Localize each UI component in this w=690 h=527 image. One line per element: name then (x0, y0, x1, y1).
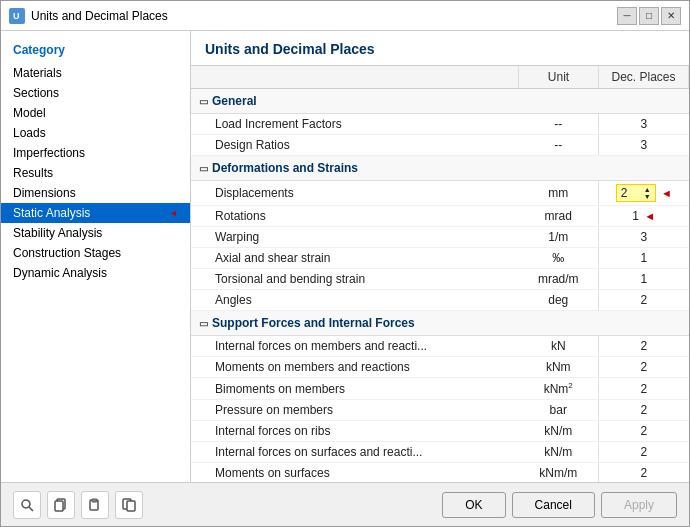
row-unit: -- (519, 114, 599, 135)
col-header-dec: Dec. Places (599, 66, 689, 89)
row-dec: 1 (599, 248, 689, 269)
row-dec: 2 (599, 290, 689, 311)
export-icon-button[interactable] (115, 491, 143, 519)
svg-rect-9 (127, 501, 135, 511)
sidebar-item-construction-stages[interactable]: Construction Stages (1, 243, 190, 263)
svg-rect-7 (92, 499, 97, 502)
highlighted-value: 2 (621, 186, 628, 200)
col-header-unit: Unit (519, 66, 599, 89)
row-name: Moments on surfaces (191, 463, 519, 483)
row-unit: mrad/m (519, 269, 599, 290)
table-row: Angles deg 2 (191, 290, 689, 311)
title-bar: U Units and Decimal Places ─ □ ✕ (1, 1, 689, 31)
sidebar-item-stability-analysis[interactable]: Stability Analysis (1, 223, 190, 243)
row-unit: kNm/m (519, 463, 599, 483)
row-dec: 2 (599, 378, 689, 400)
table-area[interactable]: Unit Dec. Places ▭General Load Increment… (191, 66, 689, 482)
row-name: Warping (191, 227, 519, 248)
close-button[interactable]: ✕ (661, 7, 681, 25)
settings-table: Unit Dec. Places ▭General Load Increment… (191, 66, 689, 482)
row-name: Rotations (191, 206, 519, 227)
group-general: ▭General (191, 89, 689, 114)
panel-title: Units and Decimal Places (191, 31, 689, 66)
row-name: Pressure on members (191, 400, 519, 421)
row-unit: bar (519, 400, 599, 421)
ok-button[interactable]: OK (442, 492, 505, 518)
table-row: Pressure on members bar 2 (191, 400, 689, 421)
sidebar-item-materials[interactable]: Materials (1, 63, 190, 83)
cancel-button[interactable]: Cancel (512, 492, 595, 518)
row-name: Design Ratios (191, 135, 519, 156)
expand-icon: ▭ (199, 96, 208, 107)
row-name: Load Increment Factors (191, 114, 519, 135)
main-panel: Units and Decimal Places Unit Dec. Place… (191, 31, 689, 482)
row-unit: kN/m (519, 442, 599, 463)
row-dec: 2 (599, 400, 689, 421)
svg-rect-5 (55, 501, 63, 511)
table-row: Moments on members and reactions kNm 2 (191, 357, 689, 378)
spinner-buttons[interactable]: ▲▼ (644, 186, 651, 200)
sidebar-item-dynamic-analysis[interactable]: Dynamic Analysis (1, 263, 190, 283)
row-name: Internal forces on ribs (191, 421, 519, 442)
sidebar-item-dimensions[interactable]: Dimensions (1, 183, 190, 203)
maximize-button[interactable]: □ (639, 7, 659, 25)
expand-icon: ▭ (199, 318, 208, 329)
footer: OK Cancel Apply (1, 482, 689, 526)
paste-icon-button[interactable] (81, 491, 109, 519)
table-row: Moments on surfaces kNm/m 2 (191, 463, 689, 483)
row-dec: 2 (599, 336, 689, 357)
minimize-button[interactable]: ─ (617, 7, 637, 25)
table-row: Axial and shear strain ‰ 1 (191, 248, 689, 269)
row-dec: 3 (599, 114, 689, 135)
changed-indicator: ◄ (661, 187, 672, 199)
table-row: Rotations mrad 1 ◄ (191, 206, 689, 227)
sidebar: Category Materials Sections Model Loads … (1, 31, 191, 482)
row-unit: kN (519, 336, 599, 357)
sidebar-item-imperfections[interactable]: Imperfections (1, 143, 190, 163)
row-unit: deg (519, 290, 599, 311)
sidebar-category-label: Category (1, 39, 190, 63)
row-dec: 1 ◄ (599, 206, 689, 227)
row-dec: 2 (599, 421, 689, 442)
copy-icon-button[interactable] (47, 491, 75, 519)
row-dec-highlighted[interactable]: 2 ▲▼ ◄ (599, 181, 689, 206)
row-dec: 2 (599, 463, 689, 483)
table-row: Internal forces on surfaces and reacti..… (191, 442, 689, 463)
apply-button[interactable]: Apply (601, 492, 677, 518)
content-area: Category Materials Sections Model Loads … (1, 31, 689, 482)
row-name: Axial and shear strain (191, 248, 519, 269)
row-unit: kNm2 (519, 378, 599, 400)
row-name: Internal forces on surfaces and reacti..… (191, 442, 519, 463)
sidebar-item-loads[interactable]: Loads (1, 123, 190, 143)
row-unit: kNm (519, 357, 599, 378)
expand-icon: ▭ (199, 163, 208, 174)
sidebar-item-results[interactable]: Results (1, 163, 190, 183)
row-name: Bimoments on members (191, 378, 519, 400)
row-name: Moments on members and reactions (191, 357, 519, 378)
table-row: Internal forces on ribs kN/m 2 (191, 421, 689, 442)
table-row: Design Ratios -- 3 (191, 135, 689, 156)
table-row: Internal forces on members and reacti...… (191, 336, 689, 357)
svg-text:U: U (13, 11, 20, 21)
row-unit: mm (519, 181, 599, 206)
sidebar-item-sections[interactable]: Sections (1, 83, 190, 103)
svg-point-2 (22, 500, 30, 508)
row-dec: 2 (599, 357, 689, 378)
sidebar-item-static-analysis[interactable]: Static Analysis (1, 203, 190, 223)
row-unit: -- (519, 135, 599, 156)
row-dec: 2 (599, 442, 689, 463)
footer-icons (13, 491, 143, 519)
search-icon-button[interactable] (13, 491, 41, 519)
row-unit: ‰ (519, 248, 599, 269)
table-row: Warping 1/m 3 (191, 227, 689, 248)
row-name: Displacements (191, 181, 519, 206)
sidebar-item-model[interactable]: Model (1, 103, 190, 123)
changed-indicator: ◄ (644, 210, 655, 222)
row-name: Angles (191, 290, 519, 311)
window: U Units and Decimal Places ─ □ ✕ Categor… (0, 0, 690, 527)
row-name: Internal forces on members and reacti... (191, 336, 519, 357)
row-name: Torsional and bending strain (191, 269, 519, 290)
row-unit: 1/m (519, 227, 599, 248)
table-row: Torsional and bending strain mrad/m 1 (191, 269, 689, 290)
row-dec: 3 (599, 135, 689, 156)
